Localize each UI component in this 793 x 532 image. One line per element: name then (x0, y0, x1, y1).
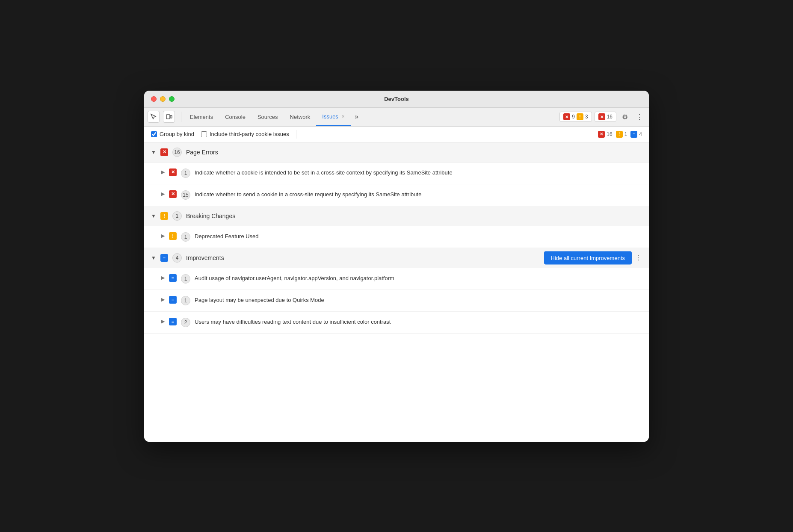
tab-network[interactable]: Network (284, 108, 317, 126)
tab-issues-close[interactable]: × (341, 113, 345, 120)
device-mode-button[interactable] (163, 111, 175, 123)
issue-text: Page layout may be unexpected due to Qui… (195, 296, 324, 304)
issue-count: 1 (181, 232, 190, 242)
toolbar-right: ✕ 9 ! 3 ✕ 16 ⚙ ⋮ (559, 111, 645, 123)
third-party-checkbox[interactable] (201, 131, 207, 137)
issue-chevron: ▶ (161, 275, 165, 281)
issue-count: 1 (181, 274, 190, 284)
traffic-lights (151, 96, 175, 102)
group-by-kind-checkbox[interactable] (151, 131, 157, 137)
warning-count: 3 (585, 114, 588, 120)
breaking-changes-section-header[interactable]: ▼ ! 1 Breaking Changes (144, 206, 649, 226)
issue-chevron: ▶ (161, 297, 165, 302)
issue-item[interactable]: ▶ ✕ 15 Indicate whether to send a cookie… (144, 184, 649, 206)
issue-item[interactable]: ▶ ≡ 1 Page layout may be unexpected due … (144, 290, 649, 312)
issue-info-icon: ≡ (169, 318, 177, 325)
filter-error-badge: ✕ 16 (598, 131, 612, 138)
improvements-more-button[interactable]: ⋮ (635, 254, 642, 262)
issue-chevron: ▶ (161, 169, 165, 175)
window-title: DevTools (384, 96, 409, 102)
breaking-changes-count: 1 (172, 211, 182, 221)
filter-bar: Group by kind Include third-party cookie… (144, 127, 649, 142)
issue-info-icon: ≡ (169, 296, 177, 304)
more-options-button[interactable]: ⋮ (633, 111, 645, 123)
hide-improvements-tooltip[interactable]: Hide all current Improvements (544, 251, 632, 264)
breaking-changes-title: Breaking Changes (186, 213, 235, 219)
minimize-button[interactable] (160, 96, 166, 102)
issue-warning-icon: ! (169, 232, 177, 240)
page-errors-count: 16 (172, 148, 182, 157)
toolbar: Elements Console Sources Network Issues … (144, 108, 649, 127)
issue-count: 1 (181, 296, 190, 305)
settings-button[interactable]: ⚙ (619, 111, 631, 123)
filter-divider (296, 130, 296, 139)
filter-info-badge: ≡ 4 (630, 131, 642, 138)
filter-warning-badge: ! 1 (616, 131, 627, 138)
issue-item[interactable]: ▶ ✕ 1 Indicate whether a cookie is inten… (144, 163, 649, 184)
issue-item[interactable]: ▶ ≡ 1 Audit usage of navigator.userAgent… (144, 268, 649, 290)
third-party-label[interactable]: Include third-party cookie issues (201, 131, 289, 137)
issue-count: 1 (181, 168, 190, 178)
issue-item[interactable]: ▶ ! 1 Deprecated Feature Used (144, 226, 649, 248)
page-errors-icon: ✕ (160, 148, 168, 156)
issue-text: Users may have difficulties reading text… (195, 318, 391, 326)
issue-info-icon: ≡ (169, 274, 177, 282)
issue-text: Indicate whether a cookie is intended to… (195, 168, 453, 177)
page-errors-chevron: ▼ (151, 149, 156, 155)
issue-item[interactable]: ▶ ≡ 2 Users may have difficulties readin… (144, 312, 649, 334)
tab-elements[interactable]: Elements (184, 108, 219, 126)
devtools-window: DevTools Elements Console (144, 91, 649, 442)
issues-content: ▼ ✕ 16 Page Errors ▶ ✕ 1 Indicate whethe… (144, 142, 649, 442)
issues-count: 16 (607, 114, 613, 120)
inspect-element-button[interactable] (148, 111, 160, 123)
page-errors-section-header[interactable]: ▼ ✕ 16 Page Errors (144, 142, 649, 163)
tab-issues[interactable]: Issues × (316, 108, 351, 126)
error-icon: ✕ (563, 113, 570, 120)
tab-console[interactable]: Console (219, 108, 252, 126)
improvements-section-header[interactable]: ▼ ≡ 4 Improvements ⋮ Hide all current Im… (144, 248, 649, 268)
issue-error-icon: ✕ (169, 190, 177, 198)
issue-count: 2 (181, 318, 190, 327)
filter-warning-icon: ! (616, 131, 623, 138)
issue-error-icon: ✕ (169, 168, 177, 176)
issue-chevron: ▶ (161, 233, 165, 239)
issue-count: 15 (181, 190, 190, 200)
close-button[interactable] (151, 96, 157, 102)
error-count: 9 (572, 114, 575, 120)
svg-rect-0 (166, 115, 170, 119)
breaking-changes-icon: ! (160, 212, 168, 220)
issues-error-icon: ✕ (598, 113, 605, 120)
issue-text: Audit usage of navigator.userAgent, navi… (195, 274, 394, 283)
issue-chevron: ▶ (161, 191, 165, 197)
issue-chevron: ▶ (161, 319, 165, 324)
tab-sources[interactable]: Sources (252, 108, 284, 126)
svg-rect-1 (170, 115, 172, 118)
toolbar-divider (181, 112, 181, 122)
issue-text: Deprecated Feature Used (195, 232, 259, 241)
toolbar-icons (148, 111, 175, 123)
improvements-chevron: ▼ (151, 255, 156, 261)
breaking-changes-chevron: ▼ (151, 213, 156, 219)
tab-list: Elements Console Sources Network Issues … (184, 108, 559, 126)
filter-badges: ✕ 16 ! 1 ≡ 4 (598, 131, 642, 138)
tab-more-button[interactable]: » (351, 113, 362, 121)
improvements-title: Improvements (186, 254, 224, 261)
issue-text: Indicate whether to send a cookie in a c… (195, 190, 421, 199)
group-by-kind-label[interactable]: Group by kind (151, 131, 194, 137)
page-errors-title: Page Errors (186, 149, 218, 156)
maximize-button[interactable] (169, 96, 175, 102)
issues-badge[interactable]: ✕ 16 (595, 112, 616, 122)
improvements-icon: ≡ (160, 254, 168, 262)
improvements-count: 4 (172, 253, 182, 263)
filter-error-icon: ✕ (598, 131, 605, 138)
title-bar: DevTools (144, 91, 649, 108)
filter-info-icon: ≡ (630, 131, 637, 138)
error-warning-badge[interactable]: ✕ 9 ! 3 (559, 112, 592, 122)
warning-icon: ! (577, 113, 583, 120)
